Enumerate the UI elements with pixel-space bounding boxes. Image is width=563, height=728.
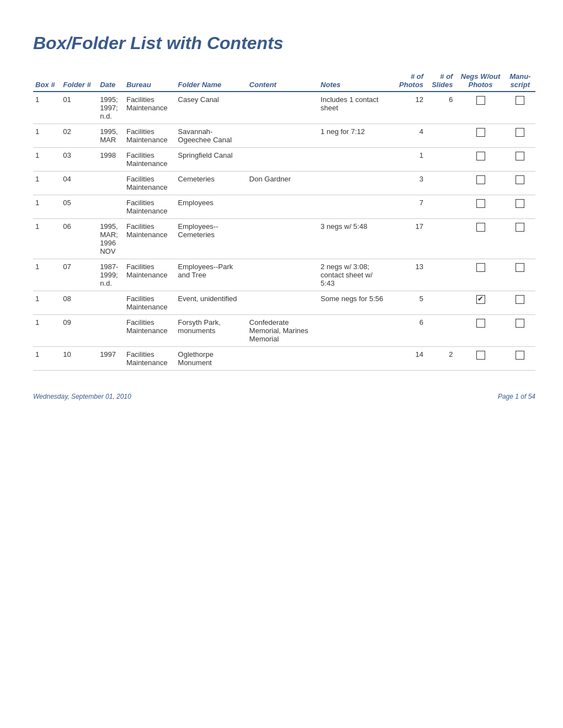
table-cell: Springfield Canal [176,148,247,172]
negs-wout-photos-checkbox [476,128,485,137]
table-cell [318,195,394,219]
table-cell [456,195,506,219]
table-cell [506,124,535,148]
col-header-num-photos: # ofPhotos [394,70,427,92]
table-cell: FacilitiesMaintenance [124,291,176,315]
table-row: 1021995,MARFacilitiesMaintenanceSavannah… [33,124,535,148]
table-cell: 02 [61,124,98,148]
table-cell [247,259,318,291]
table-row: 1061995,MAR;1996NOVFacilitiesMaintenance… [33,219,535,259]
table-row: 1101997FacilitiesMaintenanceOglethorpeMo… [33,347,535,371]
table-cell: 17 [394,219,427,259]
table-cell: 14 [394,347,427,371]
table-cell [456,124,506,148]
table-cell [506,148,535,172]
table-cell: 07 [61,259,98,291]
table-cell [427,195,456,219]
table-cell: FacilitiesMaintenance [124,347,176,371]
table-cell: FacilitiesMaintenance [124,148,176,172]
table-cell [427,259,456,291]
table-cell: 1 [394,148,427,172]
table-cell [506,172,535,195]
table-cell [98,195,124,219]
table-cell: 1997 [98,347,124,371]
table-cell [456,172,506,195]
manuscript-checkbox [516,96,524,105]
table-cell: 3 [394,172,427,195]
table-cell: 06 [61,219,98,259]
table-cell: 08 [61,291,98,315]
col-header-box: Box # [33,70,61,92]
col-header-manuscript: Manu-script [506,70,535,92]
table-cell [427,124,456,148]
manuscript-checkbox [516,199,524,208]
table-cell: 05 [61,195,98,219]
table-cell [427,148,456,172]
table-cell: 2 negs w/ 3:08;contact sheet w/5:43 [318,259,394,291]
table-cell [247,219,318,259]
manuscript-checkbox [516,223,524,232]
manuscript-checkbox [516,319,524,328]
table-cell: 1 [33,124,61,148]
table-cell: 1 neg for 7:12 [318,124,394,148]
table-cell: 04 [61,172,98,195]
table-cell [247,148,318,172]
table-cell: 1 [33,172,61,195]
table-cell [456,315,506,347]
table-cell: 3 negs w/ 5:48 [318,219,394,259]
table-cell [456,219,506,259]
negs-wout-photos-checkbox [476,295,485,304]
table-cell: Cemeteries [176,172,247,195]
table-row: 104FacilitiesMaintenanceCemeteriesDon Ga… [33,172,535,195]
table-cell: 01 [61,92,98,124]
manuscript-checkbox [516,263,524,272]
table-cell [506,92,535,124]
table-cell [247,195,318,219]
table-cell: 03 [61,148,98,172]
table-cell [98,315,124,347]
table-cell: 1995;1997;n.d. [98,92,124,124]
col-header-folder: Folder # [61,70,98,92]
page-footer: Wednesday, September 01, 2010 Page 1 of … [33,393,535,400]
table-cell: 13 [394,259,427,291]
table-cell: 10 [61,347,98,371]
table-row: 1011995;1997;n.d.FacilitiesMaintenanceCa… [33,92,535,124]
table-cell [318,315,394,347]
negs-wout-photos-checkbox [476,263,485,272]
table-row: 105FacilitiesMaintenanceEmployees7 [33,195,535,219]
negs-wout-photos-checkbox [476,223,485,232]
table-row: 108FacilitiesMaintenanceEvent, unidentif… [33,291,535,315]
table-cell: ConfederateMemorial, MarinesMemorial [247,315,318,347]
page-title: Box/Folder List with Contents [33,33,535,53]
manuscript-checkbox [516,128,524,137]
table-cell [506,291,535,315]
table-cell [427,219,456,259]
table-cell: Savannah-Ogeechee Canal [176,124,247,148]
manuscript-checkbox [516,152,524,160]
table-cell: Some negs for 5:56 [318,291,394,315]
table-cell: 1 [33,219,61,259]
table-cell: 6 [427,92,456,124]
table-cell [456,347,506,371]
table-cell: 1 [33,92,61,124]
col-header-notes: Notes [318,70,394,92]
table-cell: Event, unidentified [176,291,247,315]
table-cell: 1995,MAR;1996NOV [98,219,124,259]
table-cell: Employees [176,195,247,219]
table-cell [247,347,318,371]
table-cell: 1987-1999;n.d. [98,259,124,291]
table-cell [247,291,318,315]
col-header-negs: Negs W/outPhotos [456,70,506,92]
table-cell: Employees--Parkand Tree [176,259,247,291]
negs-wout-photos-checkbox [476,175,485,184]
table-cell [506,219,535,259]
table-cell [427,315,456,347]
table-row: 109FacilitiesMaintenanceForsyth Park,mon… [33,315,535,347]
table-cell [427,172,456,195]
table-cell: Casey Canal [176,92,247,124]
table-cell [318,347,394,371]
table-cell: 1 [33,148,61,172]
footer-page: Page 1 of 54 [498,393,535,400]
negs-wout-photos-checkbox [476,351,485,360]
table-cell: Forsyth Park,monuments [176,315,247,347]
